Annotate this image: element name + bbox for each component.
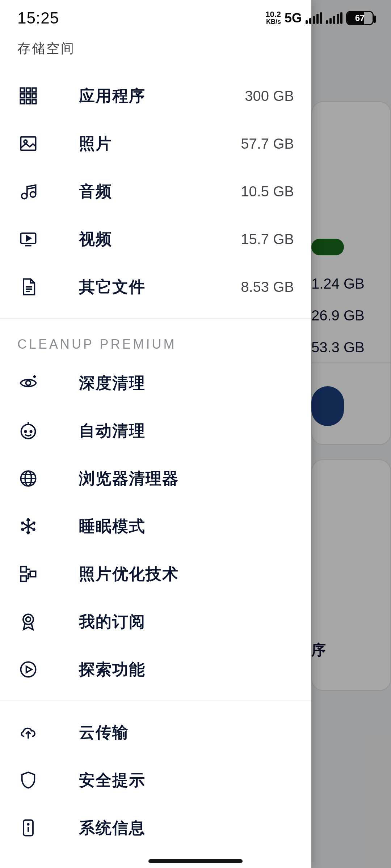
svg-point-27	[28, 824, 29, 825]
nav-item-deep-clean[interactable]: 深度清理	[0, 359, 311, 407]
badge-icon	[17, 611, 39, 633]
bg-storage-card	[311, 101, 391, 445]
svg-point-14	[26, 381, 31, 386]
nav-item-label: 应用程序	[79, 85, 245, 107]
svg-rect-5	[32, 94, 36, 98]
video-icon	[17, 228, 39, 250]
nav-item-label: 深度清理	[79, 373, 294, 394]
svg-point-17	[30, 431, 31, 432]
nav-item-label: 视频	[79, 229, 241, 250]
nav-item-system-info[interactable]: 系统信息	[0, 804, 311, 852]
device-info-icon	[17, 817, 39, 839]
bg-stat-2: 26.9 GB	[311, 307, 365, 324]
nav-item-value: 57.7 GB	[241, 136, 294, 152]
battery-percent: 67	[355, 13, 365, 23]
nav-item-label: 我的订阅	[79, 611, 294, 633]
svg-rect-20	[21, 566, 26, 572]
bg-stat-1: 1.24 GB	[311, 276, 365, 292]
divider	[0, 318, 311, 319]
nav-item-label: 探索功能	[79, 659, 294, 680]
signal-bars-icon	[306, 12, 322, 24]
eye-plus-icon	[17, 372, 39, 394]
nav-item-label: 睡眠模式	[79, 516, 294, 537]
signal-bars-icon	[326, 12, 342, 24]
home-indicator[interactable]	[148, 859, 243, 863]
premium-list: 深度清理 自动清理 浏览器清理器	[0, 359, 311, 693]
nav-item-label: 自动清理	[79, 420, 294, 442]
navigation-drawer: 存储空间 应用程序 300 GB 照片 57.7 GB	[0, 0, 311, 868]
svg-rect-21	[21, 576, 26, 581]
nav-item-photos[interactable]: 照片 57.7 GB	[0, 120, 311, 167]
svg-rect-8	[32, 100, 36, 104]
nav-item-label: 安全提示	[79, 770, 294, 791]
svg-point-10	[24, 140, 27, 143]
svg-rect-22	[30, 571, 35, 576]
divider	[0, 701, 311, 701]
bg-divider	[311, 362, 391, 362]
svg-point-24	[26, 617, 31, 622]
status-network-type: 5G	[285, 10, 302, 26]
svg-point-16	[25, 431, 26, 432]
nav-item-label: 云传输	[79, 722, 294, 743]
battery-icon: 67	[346, 11, 374, 25]
bg-card2-label: 序	[311, 640, 326, 660]
file-icon	[17, 276, 39, 298]
svg-rect-4	[26, 94, 30, 98]
svg-rect-7	[26, 100, 30, 104]
nav-item-video[interactable]: 视频 15.7 GB	[0, 215, 311, 263]
nav-item-explore[interactable]: 探索功能	[0, 646, 311, 693]
optimize-icon	[17, 563, 39, 585]
svg-point-25	[21, 662, 35, 677]
nav-item-security-tips[interactable]: 安全提示	[0, 756, 311, 804]
bg-action-button	[311, 386, 344, 426]
nav-item-label: 音频	[79, 181, 241, 202]
other-list: 云传输 安全提示 系统信息	[0, 709, 311, 852]
svg-point-11	[22, 193, 27, 199]
nav-item-label: 其它文件	[79, 276, 241, 298]
photo-icon	[17, 133, 39, 154]
nav-item-cloud-transfer[interactable]: 云传输	[0, 709, 311, 756]
status-net-speed: 10.2 KB/s	[265, 11, 281, 25]
nav-item-sleep-mode[interactable]: 睡眠模式	[0, 502, 311, 550]
drawer-section-storage: 存储空间	[0, 36, 311, 72]
audio-icon	[17, 180, 39, 202]
nav-item-other-files[interactable]: 其它文件 8.53 GB	[0, 263, 311, 311]
nav-item-label: 照片	[79, 133, 241, 154]
shield-icon	[17, 769, 39, 791]
svg-point-23	[23, 614, 33, 624]
apps-icon	[17, 85, 39, 107]
nav-item-value: 15.7 GB	[241, 231, 294, 247]
svg-rect-6	[20, 100, 24, 104]
nav-item-label: 浏览器清理器	[79, 468, 294, 489]
nav-item-auto-clean[interactable]: 自动清理	[0, 407, 311, 455]
cloud-upload-icon	[17, 722, 39, 743]
globe-icon	[17, 468, 39, 489]
bg-stat-3: 53.3 GB	[311, 339, 365, 356]
drawer-section-premium: CLEANUP PREMIUM	[0, 326, 311, 359]
svg-rect-1	[26, 88, 30, 92]
storage-list: 应用程序 300 GB 照片 57.7 GB 音频 10.5 GB	[0, 72, 311, 311]
svg-point-12	[30, 192, 35, 197]
nav-item-photo-optimize[interactable]: 照片优化技术	[0, 550, 311, 598]
status-time: 15:25	[17, 9, 59, 27]
bg-apps-card	[311, 459, 391, 691]
svg-rect-2	[32, 88, 36, 92]
svg-rect-0	[20, 88, 24, 92]
status-bar: 15:25 10.2 KB/s 5G 67	[0, 0, 391, 36]
nav-item-label: 系统信息	[79, 817, 294, 839]
nav-item-label: 照片优化技术	[79, 563, 294, 585]
nav-item-browser-cleaner[interactable]: 浏览器清理器	[0, 455, 311, 502]
nav-item-value: 300 GB	[245, 88, 294, 104]
nav-item-subscription[interactable]: 我的订阅	[0, 598, 311, 646]
nav-item-apps[interactable]: 应用程序 300 GB	[0, 72, 311, 120]
play-circle-icon	[17, 659, 39, 680]
nav-item-value: 10.5 GB	[241, 183, 294, 200]
svg-rect-3	[20, 94, 24, 98]
nav-item-audio[interactable]: 音频 10.5 GB	[0, 167, 311, 215]
nav-item-value: 8.53 GB	[241, 279, 294, 295]
bg-usage-bar	[311, 239, 344, 255]
snowflake-icon	[17, 515, 39, 537]
robot-icon	[17, 420, 39, 442]
